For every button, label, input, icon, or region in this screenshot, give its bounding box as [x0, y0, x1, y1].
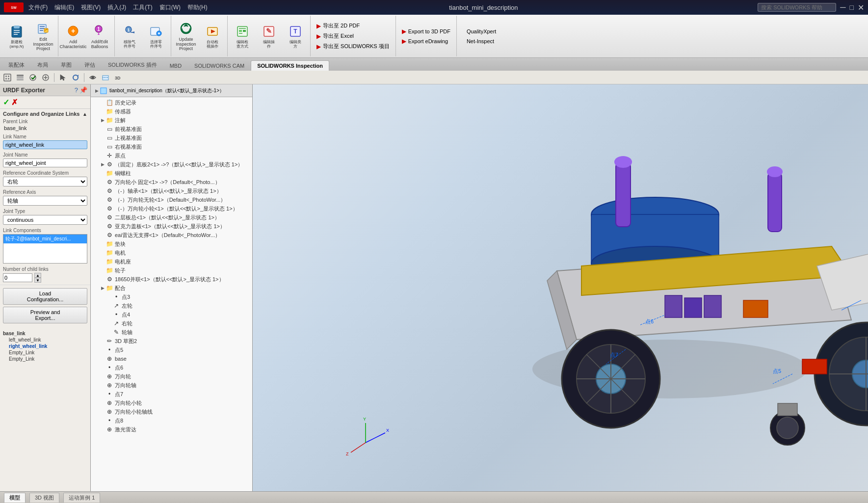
tree-item[interactable]: ↗ 右轮: [91, 319, 252, 328]
tree-item[interactable]: • 点4: [91, 310, 252, 319]
cancel-button[interactable]: ✗: [11, 98, 18, 107]
tree-item[interactable]: 📁 传感器: [91, 107, 252, 116]
tab-sw-plugins[interactable]: SOLIDWORKS 插件: [102, 59, 163, 71]
add-balloon-button[interactable]: 1 Add/Edit Balloons: [87, 19, 112, 53]
tree-expander-21[interactable]: ▶: [100, 286, 105, 291]
tree-expander-7[interactable]: ▶: [100, 162, 105, 167]
tree-item[interactable]: ⚙ 二层板总<1>（默认<<默认>_显示状态 1>）: [91, 213, 252, 222]
btree-child-3[interactable]: Empty_Link: [9, 356, 87, 362]
tab-sketch[interactable]: 草图: [54, 59, 78, 71]
menu-view[interactable]: 视图(V): [79, 2, 103, 13]
edit-type-button[interactable]: T 编辑类方: [283, 19, 308, 53]
confirm-button[interactable]: ✓: [3, 98, 9, 107]
tab-sw-cam[interactable]: SOLIDWORKS CAM: [188, 60, 251, 71]
status-tab-motion[interactable]: 运动算例 1: [63, 493, 100, 503]
tree-item[interactable]: ✏ 3D 草图2: [91, 337, 252, 345]
window-close[interactable]: ✕: [858, 3, 864, 12]
tree-item[interactable]: ⊕ 万向轮轴: [91, 381, 252, 390]
tree-item[interactable]: 📁 电机座: [91, 257, 252, 266]
link-name-input[interactable]: [3, 140, 87, 149]
tree-item[interactable]: ⚙ 亚克力盖板<1>（默认<<默认>_显示状态 1>）: [91, 222, 252, 231]
status-tab-model[interactable]: 模型: [4, 493, 26, 503]
tree-item[interactable]: ▭ 前视基准面: [91, 125, 252, 133]
tree-item[interactable]: ▭ 右视基准面: [91, 142, 252, 151]
tree-item[interactable]: • 点5: [91, 345, 252, 354]
btree-root[interactable]: base_link: [3, 330, 87, 337]
toolbar-icon-2[interactable]: [15, 72, 26, 83]
tree-item[interactable]: 📋 历史记录: [91, 98, 252, 107]
search-input[interactable]: [758, 3, 836, 12]
toolbar-cursor[interactable]: [57, 72, 68, 83]
panel-pin[interactable]: 📌: [79, 86, 87, 94]
btree-child-2[interactable]: Empty_Link: [9, 349, 87, 356]
net-inspect-button[interactable]: Net-Inspect: [465, 37, 499, 45]
ref-coord-select[interactable]: 右轮: [3, 177, 87, 186]
window-maximize[interactable]: □: [850, 3, 854, 11]
tab-layout[interactable]: 布局: [31, 59, 54, 71]
tree-item[interactable]: ↗ 左轮: [91, 301, 252, 310]
update-inspection-button[interactable]: Update Inspection Project: [173, 19, 199, 54]
status-tab-3d[interactable]: 3D 视图: [29, 493, 59, 503]
tree-item[interactable]: ⊕ 万向轮: [91, 372, 252, 381]
tree-item[interactable]: ⚙ 万向轮小 固定<1> ->?（Default<_Photo...）: [91, 178, 252, 186]
child-links-input[interactable]: [3, 273, 32, 282]
select-seq-button[interactable]: 选择零件序号: [143, 19, 169, 53]
menu-window[interactable]: 窗口(W): [158, 2, 183, 13]
tree-item[interactable]: ✛ 原点: [91, 151, 252, 160]
tree-item[interactable]: • 点6: [91, 363, 252, 372]
spin-down[interactable]: ▼: [34, 278, 41, 283]
move-seq-button[interactable]: 1 移除气件序号: [117, 19, 142, 53]
ref-axis-select[interactable]: 轮轴: [3, 196, 87, 206]
tree-item[interactable]: ▶ ⚙ （固定）底板2<1> ->?（默认<<默认>_显示状态 1>）: [91, 160, 252, 169]
tab-evaluate[interactable]: 评估: [78, 59, 102, 71]
tab-sw-inspection[interactable]: SOLIDWORKS Inspection: [251, 60, 329, 71]
tree-item[interactable]: • 点8: [91, 416, 252, 425]
toolbar-3d[interactable]: 3D: [113, 72, 124, 83]
tree-item[interactable]: ⊕ base: [91, 354, 252, 363]
toolbar-section[interactable]: [100, 72, 111, 83]
export-excel[interactable]: ▶ 导出至 Excel: [315, 31, 392, 41]
btree-child-1[interactable]: right_wheel_link: [9, 343, 87, 349]
tree-item[interactable]: • 点7: [91, 390, 252, 398]
tree-item[interactable]: ⚙ 18650并联<1>（默认<<默认>_显示状态 1>）: [91, 275, 252, 284]
export-2d-pdf[interactable]: ▶ 导出至 2D PDF: [315, 21, 392, 30]
tree-item[interactable]: ▭ 上视基准面: [91, 133, 252, 142]
panel-help[interactable]: ?: [75, 86, 78, 94]
tree-item[interactable]: ⚙ eai雷达无支撑<1>（Default<_PhotoWor...）: [91, 231, 252, 239]
edit-inspection-button[interactable]: Edit Inspection Project: [30, 19, 56, 54]
load-config-button[interactable]: LoadConfiguration...: [3, 288, 87, 305]
tree-item[interactable]: 📁 电机: [91, 248, 252, 257]
tree-item[interactable]: 📁 轮子: [91, 266, 252, 275]
menu-tools[interactable]: 工具(T): [131, 2, 154, 13]
tree-item[interactable]: ⊕ 激光雷达: [91, 425, 252, 434]
tree-item[interactable]: ▶ 📁 注解: [91, 116, 252, 125]
tree-item[interactable]: 📁 垫块: [91, 239, 252, 248]
joint-name-input[interactable]: [3, 159, 87, 167]
tree-item[interactable]: ▶ 📁 配合: [91, 284, 252, 292]
edit-method-button[interactable]: 编辑检查方式: [230, 19, 255, 53]
export-sw[interactable]: ▶ 导出至 SOLIDWORKS 项目: [315, 42, 392, 51]
3d-viewport[interactable]: 点6 点7 点5 X Y Z: [253, 84, 868, 491]
toolbar-icon-1[interactable]: [2, 72, 13, 83]
toolbar-rotate[interactable]: [70, 72, 81, 83]
tree-item[interactable]: ✎ 轮轴: [91, 328, 252, 337]
new-inspection-button[interactable]: 新建检(amp,N): [4, 19, 29, 53]
tab-mbd[interactable]: MBD: [163, 60, 188, 71]
tab-assembly[interactable]: 装配体: [2, 59, 31, 71]
tree-item[interactable]: • 点3: [91, 292, 252, 301]
export-edrawing[interactable]: ▶ Export eDrawing: [400, 37, 452, 46]
spin-up[interactable]: ▲: [34, 273, 41, 278]
tree-item[interactable]: ⚙ （-）轴承<1>（默认<<默认>_显示状态 1>）: [91, 186, 252, 195]
export-3d-pdf[interactable]: ▶ Export to 3D PDF: [400, 27, 452, 36]
btree-child-0[interactable]: left_wheel_link: [9, 337, 87, 343]
tree-collapse-all[interactable]: ▶: [94, 88, 100, 93]
menu-edit[interactable]: 编辑(E): [53, 2, 76, 13]
menu-insert[interactable]: 插入(J): [105, 2, 128, 13]
quality-xpert-button[interactable]: QualityXpert: [465, 27, 499, 35]
tree-item[interactable]: ⚙ （-）万向轮小轮<1>（默认<<默认>_显示状态 1>）: [91, 204, 252, 213]
window-minimize[interactable]: ─: [840, 3, 845, 12]
tree-expander-2[interactable]: ▶: [100, 118, 105, 123]
auto-run-button[interactable]: 自动检视操作: [200, 19, 225, 53]
toolbar-icon-4[interactable]: [40, 72, 51, 83]
preview-export-button[interactable]: Preview andExport...: [3, 307, 87, 323]
